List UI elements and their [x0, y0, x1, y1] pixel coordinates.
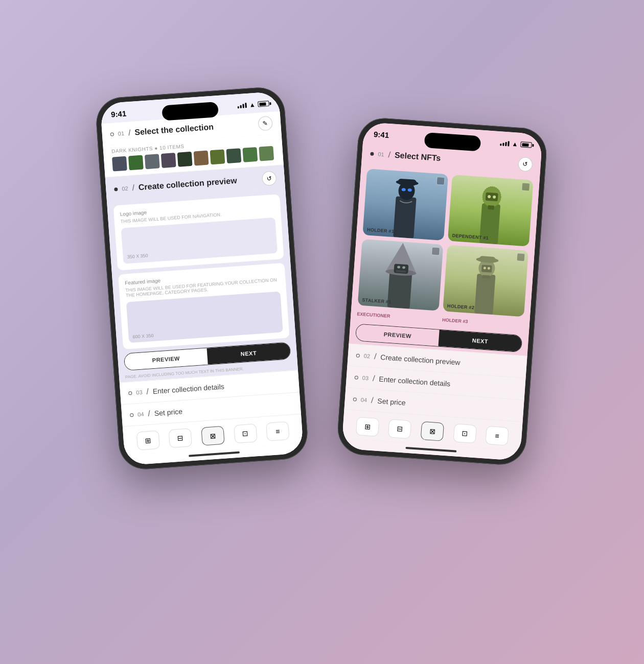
step4-dot: [130, 413, 133, 417]
nav-btn-explore[interactable]: ⊟: [169, 429, 192, 448]
wifi-icon: ▲: [249, 101, 256, 108]
battery-icon: [258, 101, 269, 107]
svg-rect-3: [398, 178, 417, 185]
featured-dims: 600 X 350: [132, 333, 154, 340]
svg-rect-12: [488, 205, 494, 210]
nav-btn-home[interactable]: ⊞: [136, 431, 159, 450]
thumb-9: [242, 147, 258, 162]
step4-title: Set price: [154, 408, 182, 418]
step1-number: 01: [118, 130, 124, 137]
thumb-7: [210, 149, 225, 164]
nav-btn-create[interactable]: ⊠: [201, 426, 224, 446]
next-button-right[interactable]: NEXT: [439, 330, 522, 352]
step2-number: 02: [122, 185, 128, 192]
nav-btn-home-right[interactable]: ⊞: [356, 417, 379, 437]
step1-title: Select the collection: [134, 123, 214, 137]
nav-btn-create-right[interactable]: ⊠: [421, 421, 444, 441]
nft-grid: HOLDER #1: [351, 164, 540, 321]
step2-dot: [114, 187, 118, 191]
step1-dot-right: [370, 152, 374, 155]
thumb-8: [226, 148, 241, 163]
thumb-10: [259, 146, 274, 161]
battery-icon-right: [520, 141, 532, 148]
phone-left: 9:41 ▲: [95, 86, 309, 471]
nav-btn-collection[interactable]: ⊡: [234, 424, 257, 444]
step1-edit-btn[interactable]: ✎: [258, 116, 273, 131]
thumb-4: [161, 153, 176, 168]
step3-number: 03: [136, 389, 143, 396]
thumb-1: [112, 156, 127, 172]
nav-btn-collection-right[interactable]: ⊡: [453, 423, 476, 443]
next-button-left[interactable]: NEXT: [207, 342, 291, 364]
thumb-6: [194, 151, 209, 166]
step1-refresh-btn-right[interactable]: ↺: [518, 157, 533, 172]
step4-title-right: Set price: [377, 397, 406, 407]
step2-title: Create collection preview: [138, 176, 237, 192]
step1-title-right: Select NFTs: [394, 151, 441, 163]
step2-dot-right: [356, 353, 360, 357]
time-left: 9:41: [111, 109, 127, 119]
thumb-5: [177, 152, 193, 167]
logo-image-box: Logo image THIS IMAGE WILL BE USED FOR N…: [113, 194, 284, 270]
svg-rect-9: [485, 192, 498, 201]
svg-rect-20: [474, 274, 495, 315]
nav-btn-menu-right[interactable]: ≡: [486, 426, 509, 446]
phone-right: 9:41 ▲: [336, 116, 548, 466]
step2-refresh-btn[interactable]: ↺: [262, 171, 277, 186]
step3-title-right: Enter collection details: [379, 375, 451, 388]
nft-card-holder1[interactable]: HOLDER #1: [362, 169, 448, 241]
step4-number-right: 04: [360, 396, 367, 403]
step1-dot: [110, 132, 114, 136]
nav-btn-menu[interactable]: ≡: [266, 421, 289, 441]
step1-number-right: 01: [378, 151, 384, 158]
status-icons-right: ▲: [500, 139, 532, 149]
svg-rect-24: [481, 265, 492, 272]
signal-icon-right: [500, 140, 510, 146]
wifi-icon-right: ▲: [512, 140, 518, 148]
thumb-3: [145, 154, 160, 169]
step3-title: Enter collection details: [152, 383, 224, 396]
step3-dot-right: [355, 375, 358, 379]
svg-rect-23: [479, 256, 496, 263]
preview-button-left[interactable]: PREVIEW: [124, 348, 208, 370]
time-right: 9:41: [374, 130, 389, 139]
logo-dims: 350 X 350: [127, 253, 148, 259]
featured-upload-area[interactable]: 600 X 350: [126, 291, 283, 343]
step4-dot-right: [353, 397, 357, 401]
signal-icon: [237, 103, 247, 108]
nft-card-holder2[interactable]: HOLDER #2: [443, 245, 528, 317]
featured-image-box: Featured image THIS IMAGE WILL BE USED F…: [118, 263, 289, 349]
step3-number-right: 03: [362, 375, 369, 382]
nav-btn-explore-right[interactable]: ⊟: [388, 419, 411, 439]
step2-number-right: 02: [363, 353, 370, 360]
nft-card-stalker1[interactable]: STALKER #1: [358, 239, 444, 311]
svg-rect-27: [482, 275, 490, 278]
step4-number: 04: [137, 411, 144, 418]
step3-dot: [128, 391, 132, 395]
logo-upload-area[interactable]: 350 X 350: [121, 218, 278, 264]
nft-card-dependent1[interactable]: DEPENDENT #1: [448, 175, 534, 247]
thumb-2: [128, 155, 144, 171]
step2-title-right: Create collection preview: [380, 353, 461, 367]
preview-button-right[interactable]: PREVIEW: [356, 324, 440, 346]
status-icons-left: ▲: [237, 100, 269, 109]
